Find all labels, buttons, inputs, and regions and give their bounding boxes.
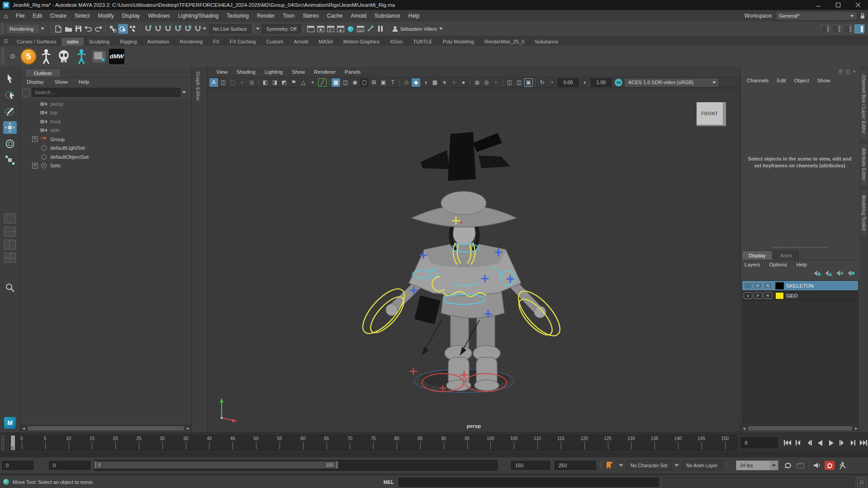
command-line-language[interactable]: MEL [384, 479, 394, 485]
frame-tick[interactable]: 40 [198, 436, 221, 450]
viewport-toolbar-icon[interactable]: △ [299, 78, 308, 87]
step-back-key-button[interactable] [794, 439, 803, 447]
render-settings-icon[interactable] [356, 24, 365, 34]
render-sequence-icon[interactable] [336, 24, 346, 34]
layer-visibility-toggle[interactable] [744, 282, 752, 289]
outliner-row[interactable]: + top [20, 109, 191, 118]
menu-item[interactable]: Texturing [223, 10, 253, 22]
shelf-tab[interactable]: Animation [142, 38, 175, 46]
render-view-open-icon[interactable] [306, 24, 316, 34]
channel-sliders-icon[interactable]: ☰ [839, 69, 843, 75]
viewport-toolbar-icon[interactable]: ▢ [360, 78, 369, 87]
menu-item[interactable]: Help [404, 10, 424, 22]
hypershade-icon[interactable] [365, 24, 375, 34]
frame-tick[interactable]: 10 [57, 436, 81, 450]
anim-layer-dropdown[interactable]: No Anim Layer [682, 460, 722, 470]
animation-end-field[interactable]: 250 [555, 461, 596, 470]
shelf-tab[interactable]: Sculpting [84, 38, 115, 46]
viewport-toolbar-icon[interactable]: ◨ [270, 78, 279, 87]
character-set-arrow[interactable] [619, 464, 623, 467]
scroll-left-icon[interactable]: ◀ [741, 426, 747, 431]
viewport-menu-item[interactable]: Show [287, 69, 309, 75]
select-tool-icon[interactable] [3, 72, 17, 85]
viewport-canvas[interactable]: FRONT persp [208, 88, 740, 432]
select-hierarchy-icon[interactable] [108, 24, 118, 34]
save-scene-icon[interactable] [73, 24, 83, 34]
symmetry-field[interactable]: Symmetry: Off [262, 24, 301, 33]
menu-item[interactable]: Arnold [346, 10, 370, 22]
frame-tick[interactable]: 135 [643, 436, 666, 450]
viewport-toolbar-icon[interactable]: ▦ [332, 78, 340, 87]
viewport-toolbar-icon[interactable]: A [209, 78, 218, 87]
toolbar-grip[interactable] [1, 23, 4, 34]
search-options-arrow[interactable] [182, 91, 186, 94]
layer-editor-tab[interactable]: Display [742, 251, 773, 260]
viewport-menu-item[interactable]: Lighting [260, 69, 287, 75]
frame-tick[interactable]: 140 [666, 436, 690, 450]
frame-tick[interactable]: 35 [174, 436, 198, 450]
move-tool-icon[interactable] [3, 121, 17, 134]
viewport-toolbar-icon[interactable]: ▦ [247, 78, 256, 87]
frame-tick[interactable]: 75 [361, 436, 385, 450]
toggle-attribute-editor-icon[interactable] [843, 24, 853, 33]
play-backwards-button[interactable] [816, 439, 825, 447]
layer-row[interactable]: P R SKELETON [742, 281, 858, 291]
playback-loop-icon[interactable] [784, 462, 792, 469]
colorspace-dropdown[interactable]: ACES 1.0 SDR-video (sRGB) [624, 78, 719, 87]
viewport-toolbar-icon[interactable]: ◧ [261, 78, 270, 87]
channel-box-menu-item[interactable]: Edit [774, 78, 789, 83]
graph-editor-strip[interactable]: Graph Editor [192, 67, 207, 432]
outliner-title-tab[interactable]: Outliner [25, 68, 61, 77]
search-input[interactable] [32, 88, 180, 97]
viewport-toolbar-icon[interactable] [258, 79, 259, 86]
make-live-icon[interactable] [193, 24, 203, 34]
frame-tick[interactable]: 145 [690, 436, 713, 450]
live-surface-field[interactable]: No Live Surface [209, 24, 251, 33]
layout-four-pane-button[interactable] [4, 253, 16, 263]
select-component-icon[interactable] [128, 24, 138, 34]
new-scene-icon[interactable] [53, 24, 63, 34]
layer-display-type-toggle[interactable]: R [764, 282, 772, 289]
viewport-toolbar-icon[interactable]: ⊞ [370, 78, 378, 87]
frame-tick[interactable]: 45 [221, 436, 244, 450]
menu-item[interactable]: Edit [28, 10, 46, 22]
layout-two-pane-button[interactable] [4, 227, 16, 237]
step-back-frame-button[interactable] [805, 439, 814, 447]
layer-editor-menu-item[interactable]: Layers [745, 262, 760, 267]
menu-set-dropdown[interactable]: Rendering [6, 24, 48, 34]
view-cube[interactable]: FRONT [697, 102, 726, 126]
lasso-tool-icon[interactable] [3, 89, 17, 101]
scroll-right-icon[interactable]: ▶ [185, 426, 191, 431]
current-time-field[interactable]: 0 [741, 437, 778, 448]
channel-stats-icon[interactable]: ◫ [845, 69, 850, 75]
shelf-item-character-teal-icon[interactable] [73, 48, 90, 65]
redo-icon[interactable] [93, 24, 103, 34]
expand-icon[interactable]: + [32, 136, 38, 142]
frame-tick[interactable]: 20 [104, 436, 127, 450]
layer-color-swatch[interactable] [775, 282, 784, 289]
playback-end-field[interactable]: 150 [511, 461, 550, 470]
shelf-tab[interactable]: XGen [385, 38, 408, 46]
menu-item[interactable]: Stereo [299, 10, 323, 22]
viewport-toolbar-icon[interactable] [470, 79, 470, 86]
frame-tick[interactable]: 150 [713, 436, 737, 450]
viewport-toolbar-icon[interactable]: ◎ [482, 78, 491, 87]
time-slider[interactable]: 0510152025303540455055606570758085909510… [9, 435, 737, 450]
outliner-row[interactable]: + side [20, 126, 191, 135]
menu-item[interactable]: File [12, 10, 28, 22]
viewport-toolbar-icon[interactable]: ▣ [524, 78, 533, 87]
outliner-menu-item[interactable]: Display [27, 79, 44, 85]
sidebar-tab[interactable]: Attribute Editor [861, 144, 867, 186]
frame-tick[interactable]: 70 [338, 436, 362, 450]
frame-tick[interactable]: 120 [573, 436, 596, 450]
fps-dropdown[interactable]: 24 fps [736, 460, 778, 470]
rotate-tool-icon[interactable] [3, 137, 17, 150]
go-to-start-button[interactable] [783, 439, 792, 447]
viewport-toolbar-icon[interactable] [399, 79, 400, 86]
viewport-menu-item[interactable]: Renderer [309, 69, 340, 75]
viewport-toolbar-icon[interactable]: ▢ [228, 78, 237, 87]
range-slider-bar[interactable]: 0 150 [95, 461, 336, 469]
outliner-row[interactable]: + front [20, 117, 191, 126]
undo-icon[interactable] [83, 24, 93, 34]
current-frame-marker[interactable]: 0 [11, 436, 15, 450]
